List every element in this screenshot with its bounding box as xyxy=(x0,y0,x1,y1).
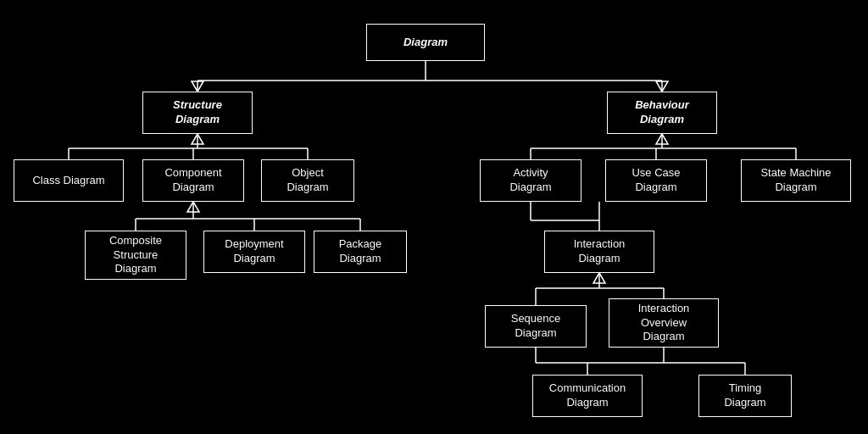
object-diagram-node: ObjectDiagram xyxy=(261,159,354,202)
interaction-diagram-node: InteractionDiagram xyxy=(544,231,654,273)
class-diagram-node: Class Diagram xyxy=(14,159,124,202)
activity-diagram-node: ActivityDiagram xyxy=(480,159,581,202)
composite-structure-diagram-node: CompositeStructureDiagram xyxy=(85,231,186,280)
usecase-diagram-node: Use CaseDiagram xyxy=(605,159,707,202)
component-diagram-node: ComponentDiagram xyxy=(142,159,244,202)
timing-diagram-node: TimingDiagram xyxy=(698,375,792,417)
package-diagram-node: PackageDiagram xyxy=(314,231,407,273)
sequence-diagram-node: SequenceDiagram xyxy=(485,305,587,348)
behaviour-diagram-node: BehaviourDiagram xyxy=(607,92,717,134)
communication-diagram-node: CommunicationDiagram xyxy=(532,375,643,417)
structure-diagram-node: StructureDiagram xyxy=(142,92,253,134)
interaction-overview-diagram-node: InteractionOverviewDiagram xyxy=(609,298,719,348)
statemachine-diagram-node: State MachineDiagram xyxy=(741,159,851,202)
deployment-diagram-node: DeploymentDiagram xyxy=(203,231,305,273)
diagram-node: Diagram xyxy=(366,24,485,61)
